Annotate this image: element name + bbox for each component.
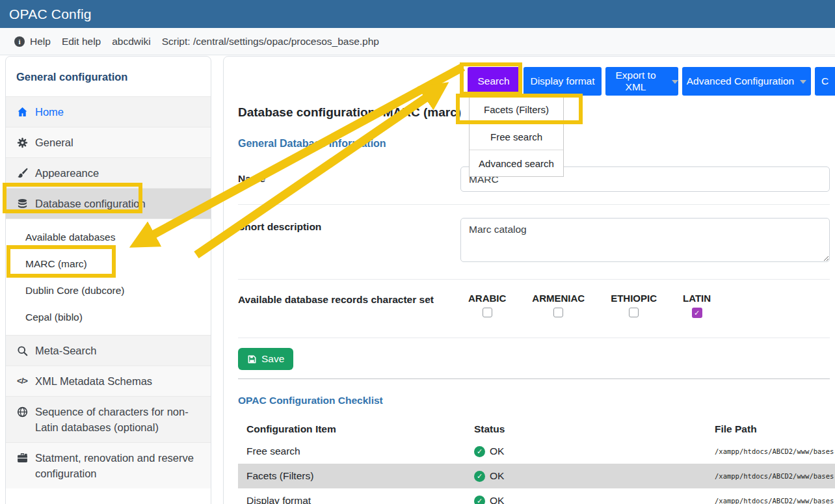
sidebar-subitem-cepal[interactable]: Cepal (biblo): [6, 304, 211, 330]
check-circle-icon: ✓: [474, 471, 485, 482]
check-circle-icon: ✓: [474, 446, 485, 457]
opac-config-screen: OPAC Config i Help Edit help abcdwiki Sc…: [0, 0, 835, 504]
info-bar: i Help Edit help abcdwiki Script: /centr…: [0, 28, 835, 55]
arabic-checkbox[interactable]: [483, 308, 492, 317]
checklist-item-label: Display format: [238, 495, 474, 504]
column-header-status: Status: [474, 423, 715, 435]
code-icon: </>: [16, 375, 28, 387]
briefcase-icon: [16, 452, 28, 464]
table-row: Free search ✓ OK /xampp/htdocs/ABCD2/www…: [238, 439, 835, 464]
armeniac-checkbox[interactable]: [553, 308, 563, 317]
column-header-file-path: File Path: [715, 423, 835, 435]
clipped-toolbar-button-label: C: [821, 75, 828, 87]
sidebar-item-label: Appeareance: [35, 165, 99, 181]
charset-option-ethiopic: ETHIOPIC: [611, 293, 657, 318]
section-divider: [238, 378, 830, 379]
sidebar-item-label: XML Metadata Schemas: [35, 373, 152, 389]
charset-options: ARABIC ARMENIAC ETHIOPIC LATIN ✓: [460, 293, 711, 318]
save-icon: [247, 354, 257, 364]
database-sub-list: Available databases MARC (marc) Dublin C…: [6, 219, 211, 335]
charset-form-row: Available database records character set…: [238, 280, 830, 338]
sidebar-item-label: Home: [35, 104, 64, 120]
search-icon: [16, 345, 28, 356]
sidebar-item-appearance[interactable]: Appeareance: [6, 157, 211, 188]
advanced-configuration-button-label: Advanced Configuration: [687, 75, 794, 87]
search-dropdown-menu: Facets (Filters) Free search Advanced se…: [469, 96, 564, 177]
sidebar-subitem-label: Dublin Core (dubcore): [25, 285, 125, 297]
sidebar-heading: General configuration: [6, 57, 211, 96]
globe-icon: [16, 406, 28, 418]
checklist-header-row: Configuration Item Status File Path: [238, 419, 835, 439]
menu-item-label: Free search: [490, 131, 542, 142]
status-cell: ✓ OK: [474, 445, 715, 457]
sidebar-item-non-latin-sequence[interactable]: Sequence of characters for non-Latin dat…: [6, 396, 211, 442]
sidebar-item-meta-search[interactable]: Meta-Search: [6, 335, 211, 365]
export-to-xml-button[interactable]: Export to XML: [605, 67, 678, 96]
charset-option-label: ARABIC: [468, 293, 506, 304]
charset-label: Available database records character set: [238, 293, 460, 318]
sidebar: General configuration Home: [5, 56, 211, 504]
sidebar-subitem-available-databases[interactable]: Available databases: [6, 224, 211, 250]
sidebar-subitem-label: Cepal (biblo): [25, 312, 83, 323]
latin-checkbox[interactable]: ✓: [692, 308, 702, 318]
sidebar-item-xml-metadata-schemas[interactable]: </> XML Metadata Schemas: [6, 365, 211, 396]
save-button-label: Save: [261, 353, 284, 365]
checklist-table: Configuration Item Status File Path Free…: [238, 419, 835, 504]
table-row: Display format ✓ OK /xampp/htdocs/ABCD2/…: [238, 488, 835, 504]
menu-item-free-search[interactable]: Free search: [470, 123, 563, 150]
edit-help-link[interactable]: Edit help: [62, 36, 101, 47]
short-description-label: Short description: [238, 218, 460, 262]
table-row: Facets (Filters) ✓ OK /xampp/htdocs/ABCD…: [238, 464, 835, 488]
search-button[interactable]: Search: [468, 67, 520, 96]
menu-item-facets-filters[interactable]: Facets (Filters): [470, 96, 563, 123]
gear-icon: [16, 137, 28, 148]
sidebar-item-label: Database configuration: [35, 196, 146, 211]
sidebar-subitem-dublin-core[interactable]: Dublin Core (dubcore): [6, 277, 211, 304]
column-header-configuration-item: Configuration Item: [238, 423, 474, 435]
menu-item-advanced-search[interactable]: Advanced search: [470, 150, 563, 176]
sidebar-item-database-configuration[interactable]: Database configuration: [6, 188, 211, 219]
brush-icon: [16, 167, 28, 179]
sidebar-item-label: Statment, renovation and reserve configu…: [35, 450, 202, 481]
charset-option-label: ARMENIAC: [532, 293, 585, 304]
sidebar-item-general[interactable]: General: [6, 127, 211, 157]
sidebar-item-home[interactable]: Home: [6, 96, 211, 127]
clipped-toolbar-button[interactable]: C: [815, 67, 835, 96]
advanced-configuration-button[interactable]: Advanced Configuration: [682, 67, 811, 96]
export-to-xml-button-label: Export to XML: [605, 70, 666, 93]
app-title: OPAC Config: [9, 7, 92, 22]
ethiopic-checkbox[interactable]: [629, 308, 639, 317]
sidebar-item-statement-renovation-reserve[interactable]: Statment, renovation and reserve configu…: [6, 442, 211, 488]
sidebar-subitem-label: MARC (marc): [25, 258, 87, 270]
display-format-button[interactable]: Display format: [524, 67, 602, 96]
short-description-textarea[interactable]: Marc catalog: [460, 218, 830, 262]
sidebar-subitem-marc[interactable]: MARC (marc): [6, 250, 211, 277]
file-path-value: /xampp/htdocs/ABCD2/www/bases-: [715, 472, 835, 480]
script-path-label: Script: /central/settings/opac/procesos_…: [162, 36, 379, 47]
status-badge: OK: [490, 470, 504, 482]
display-format-button-label: Display format: [530, 75, 594, 87]
checklist-item-label: Free search: [238, 445, 474, 457]
info-icon: i: [14, 36, 25, 47]
opac-configuration-checklist-heading: OPAC Configuration Checklist: [238, 395, 830, 406]
menu-item-label: Facets (Filters): [484, 104, 549, 115]
save-button[interactable]: Save: [238, 348, 293, 370]
status-cell: ✓ OK: [474, 470, 715, 482]
sidebar-item-label: Sequence of characters for non-Latin dat…: [35, 404, 202, 435]
chevron-down-icon: [672, 80, 678, 84]
charset-option-label: LATIN: [683, 293, 711, 304]
abcdwiki-link[interactable]: abcdwiki: [112, 36, 150, 47]
status-badge: OK: [490, 445, 504, 457]
file-path-value: /xampp/htdocs/ABCD2/www/bases-: [715, 447, 835, 455]
file-path-value: /xampp/htdocs/ABCD2/www/bases-: [715, 497, 835, 504]
status-cell: ✓ OK: [474, 495, 715, 504]
sidebar-item-label: Meta-Search: [35, 343, 96, 358]
checklist-item-label: Facets (Filters): [238, 470, 474, 482]
help-link[interactable]: Help: [30, 36, 51, 47]
sidebar-subitem-label: Available databases: [25, 232, 115, 243]
toolbar: Search Display format Export to XML Adva…: [468, 67, 835, 96]
home-icon: [16, 106, 28, 118]
database-icon: [16, 198, 28, 209]
menu-item-label: Advanced search: [479, 158, 554, 169]
description-form-row: Short description Marc catalog: [238, 205, 830, 280]
